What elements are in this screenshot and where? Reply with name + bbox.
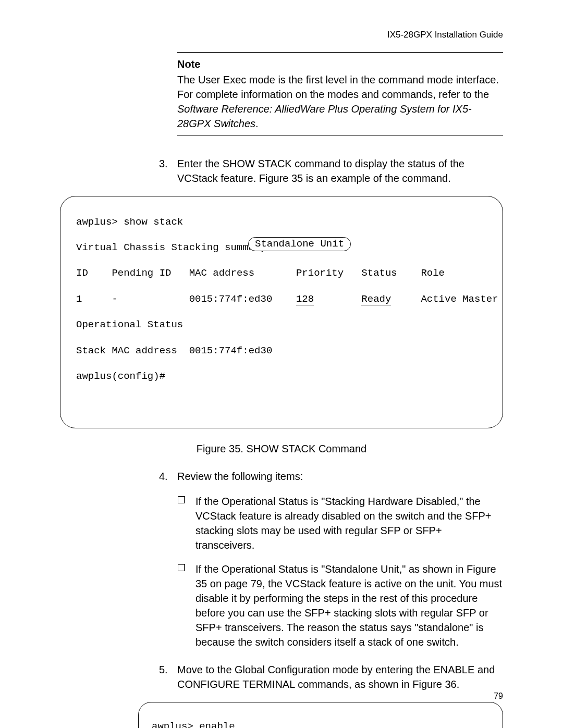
checkbox-icon: ❐ xyxy=(177,562,195,649)
bullet-item: ❐ If the Operational Status is "Stacking… xyxy=(177,494,503,552)
note-box: Note The User Exec mode is the first lev… xyxy=(177,52,503,135)
bullet-list: ❐ If the Operational Status is "Stacking… xyxy=(177,494,503,649)
terminal-configure: awplus> enable awplus# configure termina… xyxy=(138,702,503,728)
figure-35-caption: Figure 35. SHOW STACK Command xyxy=(60,441,503,456)
step-4: 4. Review the following items: xyxy=(159,469,503,484)
term-row-role: Active Master xyxy=(421,293,498,305)
term-row-pending: - xyxy=(112,293,117,305)
step-text: Enter the SHOW STACK command to display … xyxy=(177,156,503,186)
page-number: 79 xyxy=(494,690,503,702)
term-hdr-status: Status xyxy=(361,267,397,279)
callout-standalone-unit: Standalone Unit xyxy=(248,237,351,251)
term-row-mac: 0015:774f:ed30 xyxy=(189,293,273,305)
term-prompt: awplus(config)# xyxy=(76,371,165,382)
note-text: The User Exec mode is the first level in… xyxy=(177,72,503,131)
term-stackmac-value: 0015:774f:ed30 xyxy=(189,345,273,356)
step-text: Move to the Global Configuration mode by… xyxy=(177,662,503,692)
note-text-pre: The User Exec mode is the first level in… xyxy=(177,74,499,100)
checkbox-icon: ❐ xyxy=(177,494,195,552)
note-title: Note xyxy=(177,57,503,71)
term-line: awplus> show stack xyxy=(76,216,183,228)
note-text-post: . xyxy=(255,118,259,129)
term-hdr-mac: MAC address xyxy=(189,267,254,279)
step-number: 5. xyxy=(159,662,177,692)
step-number: 4. xyxy=(159,469,177,484)
step-number: 3. xyxy=(159,156,177,186)
step-text: Review the following items: xyxy=(177,469,503,484)
terminal-show-stack: awplus> show stack Virtual Chassis Stack… xyxy=(60,196,503,428)
term-hdr-pending: Pending ID xyxy=(112,267,171,279)
term-hdr-role: Role xyxy=(421,267,445,279)
page-header: IX5-28GPX Installation Guide xyxy=(387,29,503,41)
term-row-status: Ready xyxy=(361,293,391,305)
term-row-id: 1 xyxy=(76,293,82,305)
bullet-text: If the Operational Status is "Stacking H… xyxy=(195,494,503,552)
page-content: Note The User Exec mode is the first lev… xyxy=(60,52,503,728)
term-opstatus-label: Operational Status xyxy=(76,319,183,330)
term-line: awplus> enable xyxy=(152,720,489,728)
note-text-italic: Software Reference: AlliedWare Plus Oper… xyxy=(177,103,472,129)
term-hdr-id: ID xyxy=(76,267,88,279)
term-hdr-priority: Priority xyxy=(296,267,344,279)
term-row-priority: 128 xyxy=(296,293,314,305)
term-stackmac-label: Stack MAC address xyxy=(76,345,177,356)
step-3: 3. Enter the SHOW STACK command to displ… xyxy=(159,156,503,186)
bullet-item: ❐ If the Operational Status is "Standalo… xyxy=(177,562,503,649)
step-5: 5. Move to the Global Configuration mode… xyxy=(159,662,503,692)
bullet-text: If the Operational Status is "Standalone… xyxy=(195,562,503,649)
